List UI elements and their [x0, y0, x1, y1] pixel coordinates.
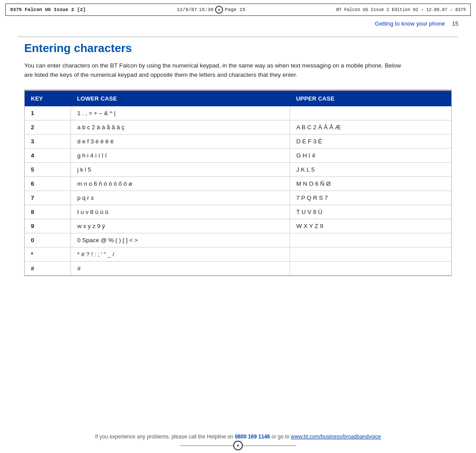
- main-content: Entering characters You can enter charac…: [0, 37, 476, 298]
- svg-point-0: [237, 445, 239, 446]
- table-row: 8t u v 8 ù ú ûT U V 8 Ü: [25, 205, 451, 219]
- col-upper: UPPER CASE: [290, 90, 451, 106]
- table-header: KEY LOWER CASE UPPER CASE: [25, 90, 451, 106]
- cell-upper: [290, 106, 451, 120]
- col-key: KEY: [25, 90, 71, 106]
- footer-text-middle: or go to: [270, 434, 291, 440]
- cell-lower: d e f 3 è é ê ë: [71, 134, 290, 148]
- table-row: ##: [25, 261, 451, 275]
- cell-key: 1: [25, 106, 71, 120]
- cell-key: 8: [25, 205, 71, 219]
- cell-key: 4: [25, 148, 71, 162]
- header-circle-icon: ⊕: [215, 6, 223, 14]
- cell-lower: a b c 2 à á å ã â ç: [71, 120, 290, 134]
- table-row: 2a b c 2 à á å ã â çA B C 2 Ä Å Å Æ: [25, 120, 451, 134]
- cell-lower: p q r s: [71, 191, 290, 205]
- table-row: 3d e f 3 è é ê ëD E F 3 É: [25, 134, 451, 148]
- cell-lower: g h i 4 ì í î ï: [71, 148, 290, 162]
- intro-paragraph: You can enter characters on the BT Falco…: [24, 61, 403, 80]
- bottom-line-right: [243, 446, 296, 446]
- section-title: Getting to know your phone: [375, 20, 445, 27]
- table-row: 6m n o 6 ñ ò ó ô õ ö øM N O 6 Ñ Ø: [25, 176, 451, 191]
- cell-key: 0: [25, 233, 71, 247]
- cell-lower: * # ? ! : ; ' " _ /: [71, 247, 290, 261]
- page-number: 15: [452, 20, 458, 27]
- header-right: BT Falcon UG Issue 2 Edition 02 – 12.09.…: [336, 7, 466, 12]
- cell-key: 9: [25, 219, 71, 233]
- cell-key: 6: [25, 176, 71, 191]
- header-date: 12/9/07: [177, 7, 197, 12]
- table-row: 11 . , = + – & ^ |: [25, 106, 451, 120]
- footer: If you experience any problems, please c…: [0, 434, 476, 440]
- character-table: KEY LOWER CASE UPPER CASE 11 . , = + – &…: [25, 90, 451, 276]
- header-left: 8375 Falcon UG Issue 2 [2]: [10, 7, 86, 12]
- header-page: Page 15: [225, 7, 245, 12]
- table-row: 00 Space @ % ( ) [ ] < >: [25, 233, 451, 247]
- bottom-nav: [0, 441, 476, 453]
- table-row: ** # ? ! : ; ' " _ /: [25, 247, 451, 261]
- cell-upper: 7 P Q R S 7: [290, 191, 451, 205]
- header-bar: 8375 Falcon UG Issue 2 [2] 12/9/07 15:30…: [5, 4, 471, 16]
- cell-lower: j k l 5: [71, 162, 290, 176]
- cell-key: 2: [25, 120, 71, 134]
- cell-upper: [290, 261, 451, 275]
- section-header: Getting to know your phone 15: [0, 16, 476, 29]
- cell-upper: A B C 2 Ä Å Å Æ: [290, 120, 451, 134]
- cell-key: #: [25, 261, 71, 275]
- cell-upper: [290, 233, 451, 247]
- table-row: 7p q r s7 P Q R S 7: [25, 191, 451, 205]
- bottom-line-left: [180, 446, 233, 446]
- cell-key: 3: [25, 134, 71, 148]
- cell-upper: J K L 5: [290, 162, 451, 176]
- header-center: 12/9/07 15:30 ⊕ Page 15: [177, 6, 245, 14]
- cell-upper: G H I 4: [290, 148, 451, 162]
- cell-key: 5: [25, 162, 71, 176]
- cell-upper: T U V 8 Ü: [290, 205, 451, 219]
- footer-helpline: 0800 169 1146: [235, 434, 270, 440]
- cell-lower: 0 Space @ % ( ) [ ] < >: [71, 233, 290, 247]
- cell-lower: w x y z 9 ÿ: [71, 219, 290, 233]
- table-row: 4g h i 4 ì í î ïG H I 4: [25, 148, 451, 162]
- col-lower: LOWER CASE: [71, 90, 290, 106]
- cell-upper: M N O 6 Ñ Ø: [290, 176, 451, 191]
- header-time: 15:30: [199, 7, 213, 12]
- cell-lower: #: [71, 261, 290, 275]
- cell-upper: [290, 247, 451, 261]
- cell-upper: W X Y Z 9: [290, 219, 451, 233]
- table-body: 11 . , = + – & ^ |2a b c 2 à á å ã â çA …: [25, 106, 451, 276]
- footer-text-before: If you experience any problems, please c…: [95, 434, 235, 440]
- cell-key: 7: [25, 191, 71, 205]
- cell-upper: D E F 3 É: [290, 134, 451, 148]
- cell-lower: m n o 6 ñ ò ó ô õ ö ø: [71, 176, 290, 191]
- bottom-circle-icon: [233, 441, 243, 450]
- cell-lower: t u v 8 ù ú û: [71, 205, 290, 219]
- table-row: 5j k l 5J K L 5: [25, 162, 451, 176]
- footer-website: www.bt.com/business/broadbandvoice: [291, 434, 381, 440]
- chapter-heading: Entering characters: [24, 41, 452, 55]
- table-row: 9w x y z 9 ÿW X Y Z 9: [25, 219, 451, 233]
- character-table-wrapper: KEY LOWER CASE UPPER CASE 11 . , = + – &…: [24, 90, 452, 276]
- cell-lower: 1 . , = + – & ^ |: [71, 106, 290, 120]
- cell-key: *: [25, 247, 71, 261]
